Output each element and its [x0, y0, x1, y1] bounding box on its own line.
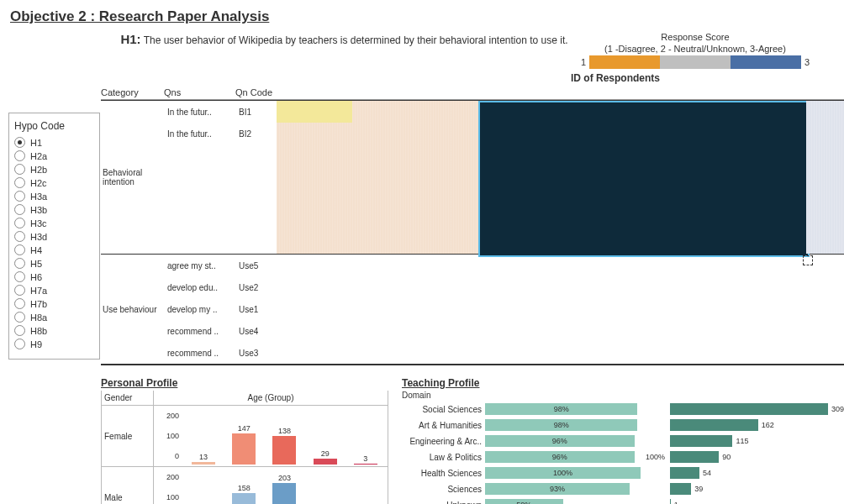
- count-bar[interactable]: [670, 499, 671, 504]
- bar[interactable]: 158: [227, 484, 261, 505]
- domain-label: Law & Politics: [402, 453, 485, 462]
- hdr-qns: Qns: [164, 87, 235, 97]
- radio-icon[interactable]: [14, 298, 25, 309]
- bar[interactable]: 29: [309, 449, 342, 465]
- qns-cell: agree my st..: [167, 261, 239, 270]
- radio-icon[interactable]: [14, 137, 25, 148]
- pct-bar[interactable]: 93%: [485, 483, 630, 495]
- personal-panel: Gender Age (Group) Female200100013147138…: [101, 391, 388, 504]
- selection-handle[interactable]: [803, 255, 813, 265]
- table-row: agree my st..Use5: [167, 255, 277, 276]
- table-row: In the futur..BI1: [167, 101, 277, 123]
- radio-icon[interactable]: [14, 325, 25, 336]
- hypo-option-H4[interactable]: H4: [14, 244, 94, 255]
- y-tick: 0: [154, 452, 179, 460]
- radio-icon[interactable]: [14, 231, 25, 242]
- hypo-panel: Hypo Code H1H2aH2bH2cH3aH3bH3cH3dH4H5H6H…: [8, 113, 100, 360]
- hypo-label: H7a: [30, 286, 47, 296]
- legend-seg-1: [589, 55, 660, 69]
- y-tick: 200: [154, 473, 179, 481]
- pct-bar[interactable]: 98%: [485, 419, 637, 431]
- heatmap-area[interactable]: [277, 101, 844, 254]
- hypo-option-H7a[interactable]: H7a: [14, 285, 94, 296]
- radio-icon[interactable]: [14, 312, 25, 323]
- hypo-label: H9: [30, 339, 42, 349]
- domain-header: Domain: [402, 391, 844, 400]
- count-value: 1: [674, 501, 678, 504]
- code-cell: BI1: [239, 108, 277, 117]
- legend-high: 3: [801, 57, 813, 67]
- hdr-code: Qn Code: [235, 87, 273, 97]
- radio-icon[interactable]: [14, 191, 25, 202]
- hypo-option-H5[interactable]: H5: [14, 258, 94, 269]
- radio-icon[interactable]: [14, 285, 25, 296]
- hypo-option-H6[interactable]: H6: [14, 271, 94, 282]
- qns-cell: develop edu..: [167, 283, 239, 292]
- hypo-option-H3c[interactable]: H3c: [14, 218, 94, 228]
- count-value: 162: [762, 421, 774, 429]
- hypo-option-H8b[interactable]: H8b: [14, 325, 94, 336]
- y-tick: 100: [154, 432, 179, 440]
- code-cell: Use1: [239, 305, 277, 314]
- legend-title: Response Score: [578, 32, 813, 42]
- radio-icon[interactable]: [14, 218, 25, 228]
- y-tick: 200: [154, 412, 179, 420]
- count-bar[interactable]: [670, 483, 691, 495]
- bar[interactable]: 3: [349, 454, 382, 465]
- count-bar[interactable]: [670, 451, 719, 463]
- hypothesis-label: H1:: [120, 32, 140, 46]
- heatmap-title: ID of Respondents: [387, 72, 844, 84]
- qns-cell: In the futur..: [167, 129, 239, 139]
- hypo-option-H3b[interactable]: H3b: [14, 204, 94, 215]
- pct-bar[interactable]: 96%: [485, 435, 635, 447]
- count-bar[interactable]: [670, 467, 699, 479]
- radio-icon[interactable]: [14, 150, 25, 161]
- hypo-option-H7b[interactable]: H7b: [14, 298, 94, 309]
- hypo-option-H3d[interactable]: H3d: [14, 231, 94, 242]
- hypo-label: H8a: [30, 312, 47, 323]
- radio-icon[interactable]: [14, 204, 25, 215]
- domain-label: Unknown: [402, 501, 485, 505]
- bar-value: 138: [278, 427, 291, 435]
- hypo-label: H3b: [30, 205, 47, 215]
- code-cell: Use5: [239, 261, 277, 270]
- category-label: Use behaviour: [101, 255, 167, 364]
- bar[interactable]: 147: [227, 424, 261, 465]
- table-row: develop my ..Use1: [167, 298, 277, 320]
- hypo-option-H2a[interactable]: H2a: [14, 150, 94, 161]
- gender-label: Female: [102, 406, 154, 466]
- hypo-option-H1[interactable]: H1: [14, 137, 94, 148]
- radio-icon[interactable]: [14, 271, 25, 282]
- hypo-option-H2b[interactable]: H2b: [14, 164, 94, 175]
- teaching-title: Teaching Profile: [402, 377, 844, 389]
- pct-bar[interactable]: 50%: [485, 499, 563, 504]
- hypo-option-H2c[interactable]: H2c: [14, 177, 94, 188]
- radio-icon[interactable]: [14, 164, 25, 175]
- count-bar[interactable]: [670, 435, 732, 447]
- hypo-option-H9[interactable]: H9: [14, 339, 94, 349]
- count-bar[interactable]: [670, 403, 828, 415]
- hypo-option-H3a[interactable]: H3a: [14, 191, 94, 202]
- hypo-option-H8a[interactable]: H8a: [14, 312, 94, 323]
- age-header: Age (Group): [154, 391, 388, 405]
- pct-bar[interactable]: 96%: [485, 451, 635, 463]
- legend-seg-3: [731, 55, 801, 69]
- gender-row-female: Female200100013147138293: [102, 406, 388, 467]
- bar[interactable]: 203: [267, 474, 301, 504]
- domain-label: Social Sciences: [402, 405, 485, 414]
- radio-icon[interactable]: [14, 339, 25, 349]
- bar-value: 29: [321, 449, 330, 458]
- domain-row: Sciences93%39: [402, 481, 844, 496]
- count-bar[interactable]: [670, 419, 758, 431]
- domain-row: Law & Politics96%100%90: [402, 449, 844, 465]
- pct-bar[interactable]: 98%: [485, 403, 637, 415]
- bar[interactable]: 13: [187, 453, 220, 465]
- bar[interactable]: 138: [267, 427, 301, 465]
- domain-row: Engineering & Arc..96%115: [402, 433, 844, 449]
- radio-icon[interactable]: [14, 177, 25, 188]
- hypo-label: H2b: [30, 165, 47, 175]
- gender-header: Gender: [102, 391, 154, 405]
- radio-icon[interactable]: [14, 244, 25, 255]
- pct-bar[interactable]: 100%: [485, 467, 641, 479]
- radio-icon[interactable]: [14, 258, 25, 269]
